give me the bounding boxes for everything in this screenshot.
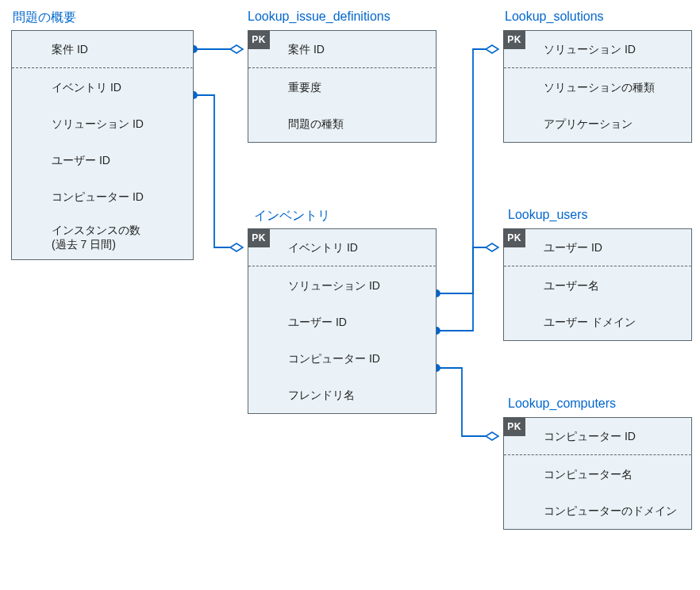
- field-row: イベントリ ID: [12, 69, 193, 105]
- pk-badge: PK: [503, 30, 525, 49]
- table-title-computers: Lookup_computers: [508, 397, 616, 411]
- field-label: ユーザー名: [533, 278, 683, 293]
- field-row: ユーザー ドメイン: [504, 304, 691, 340]
- field-row: ユーザー名: [504, 267, 691, 304]
- table-title-solutions: Lookup_solutions: [505, 10, 604, 24]
- field-row: 案件 ID: [12, 31, 193, 67]
- table-title-issue-definitions: Lookup_issue_definitions: [248, 10, 390, 24]
- table-title-inventory: インベントリ: [254, 208, 330, 224]
- field-label: コンピューター ID: [277, 351, 428, 366]
- table-solutions: PK ソリューション ID ソリューションの種類 アプリケーション: [503, 30, 692, 143]
- field-row: コンピューター名: [504, 456, 691, 492]
- field-row: コンピューター ID: [12, 178, 193, 215]
- pk-badge: PK: [248, 30, 270, 49]
- field-label: ソリューション ID: [40, 117, 185, 131]
- table-users: PK ユーザー ID ユーザー名 ユーザー ドメイン: [503, 228, 692, 341]
- field-label: ソリューション ID: [277, 278, 428, 293]
- field-row: ソリューションの種類: [504, 69, 691, 105]
- field-label: 案件 ID: [277, 42, 428, 56]
- field-row: インスタンスの数 (過去 7 日間): [12, 215, 193, 259]
- table-computers: PK コンピューター ID コンピューター名 コンピューターのドメイン: [503, 417, 692, 530]
- field-row: PK 案件 ID: [248, 31, 436, 67]
- field-row: 問題の種類: [248, 105, 436, 142]
- field-row: フレンドリ名: [248, 377, 436, 413]
- field-label: コンピューター ID: [40, 190, 185, 204]
- pk-badge: PK: [503, 228, 525, 247]
- table-title-issue-summary: 問題の概要: [13, 10, 76, 26]
- er-diagram: 問題の概要 案件 ID イベントリ ID ソリューション ID ユーザー ID …: [0, 0, 700, 590]
- field-label: ユーザー ID: [40, 153, 185, 167]
- field-row: ユーザー ID: [12, 142, 193, 178]
- field-label: ユーザー ドメイン: [533, 315, 683, 329]
- field-row: ユーザー ID: [248, 304, 436, 340]
- field-row: PK コンピューター ID: [504, 418, 691, 454]
- field-label: コンピューター名: [533, 467, 683, 481]
- field-label: インスタンスの数 (過去 7 日間): [40, 223, 185, 251]
- table-issue-summary: 案件 ID イベントリ ID ソリューション ID ユーザー ID コンピュータ…: [11, 30, 194, 260]
- field-row: コンピューター ID: [248, 340, 436, 377]
- field-row: ソリューション ID: [12, 105, 193, 142]
- field-label: アプリケーション: [533, 117, 683, 131]
- field-label: 案件 ID: [40, 42, 185, 56]
- field-row: PK ユーザー ID: [504, 229, 691, 266]
- field-row: アプリケーション: [504, 105, 691, 142]
- field-row: コンピューターのドメイン: [504, 492, 691, 529]
- table-inventory: PK イベントリ ID ソリューション ID ユーザー ID コンピューター I…: [248, 228, 437, 414]
- table-issue-definitions: PK 案件 ID 重要度 問題の種類: [248, 30, 437, 143]
- field-row: ソリューション ID: [248, 267, 436, 304]
- field-label: ソリューションの種類: [533, 80, 683, 94]
- field-label: ユーザー ID: [277, 315, 428, 329]
- pk-badge: PK: [248, 228, 270, 247]
- field-label: ユーザー ID: [533, 240, 683, 255]
- field-row: PK イベントリ ID: [248, 229, 436, 266]
- field-label: イベントリ ID: [277, 240, 428, 255]
- field-row: 重要度: [248, 69, 436, 105]
- field-label: フレンドリ名: [277, 388, 428, 402]
- field-label: 重要度: [277, 80, 428, 94]
- pk-badge: PK: [503, 417, 525, 436]
- field-row: PK ソリューション ID: [504, 31, 691, 67]
- field-label: コンピューター ID: [533, 429, 683, 443]
- field-label: ソリューション ID: [533, 42, 683, 56]
- field-label: コンピューターのドメイン: [533, 504, 683, 518]
- field-label: イベントリ ID: [40, 80, 185, 94]
- table-title-users: Lookup_users: [508, 208, 588, 222]
- field-label: 問題の種類: [277, 117, 428, 131]
